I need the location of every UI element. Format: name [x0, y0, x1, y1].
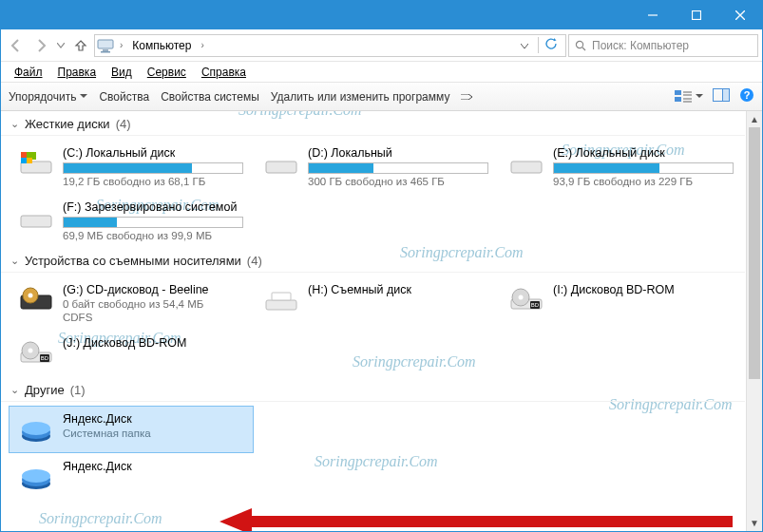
drive-title: (F:) Зарезервировано системой — [63, 200, 243, 214]
chevron-down-icon: ⌄ — [10, 255, 19, 267]
close-button[interactable] — [718, 1, 762, 29]
item-title: Яндекс.Диск — [63, 412, 243, 426]
help-button[interactable]: ? — [739, 87, 754, 105]
search-icon — [575, 40, 586, 51]
drive-subtitle: 0 байт свободно из 54,4 МБ — [63, 298, 243, 310]
svg-point-50 — [22, 469, 50, 483]
svg-rect-34 — [272, 293, 291, 300]
breadcrumb-root[interactable]: Компьютер — [128, 39, 195, 52]
group-title: Жесткие диски — [25, 117, 110, 131]
drive-i[interactable]: BD (I:) Дисковод BD-ROM — [499, 276, 744, 330]
address-bar[interactable]: › Компьютер › — [94, 34, 566, 57]
svg-rect-16 — [723, 89, 730, 102]
svg-rect-5 — [103, 49, 108, 51]
vertical-scrollbar[interactable]: ▲ ▼ — [746, 111, 762, 531]
drive-d[interactable]: (D:) Локальный 300 ГБ свободно из 465 ГБ — [254, 140, 499, 194]
drive-c[interactable]: (C:) Локальный диск 19,2 ГБ свободно из … — [9, 140, 254, 194]
toolbar-overflow[interactable] — [461, 94, 472, 100]
breadcrumb-sep: › — [120, 40, 123, 50]
menu-file[interactable]: Файл — [7, 66, 50, 79]
svg-text:?: ? — [744, 89, 751, 101]
chevron-down-icon: ⌄ — [10, 118, 19, 130]
svg-point-42 — [29, 349, 33, 353]
drive-title: (C:) Локальный диск — [63, 146, 243, 160]
address-dropdown[interactable] — [517, 39, 532, 52]
svg-rect-33 — [266, 300, 296, 310]
yandex-disk-item-2[interactable]: Яндекс.Диск — [9, 453, 254, 501]
menu-bar: Файл Правка Вид Сервис Справка — [1, 62, 762, 83]
group-header-other[interactable]: ⌄ Другие (1) — [1, 377, 745, 402]
command-bar: Упорядочить Свойства Свойства системы Уд… — [1, 83, 762, 111]
scroll-up-icon[interactable]: ▲ — [747, 111, 762, 127]
drive-title: (E:) Локальный диск — [553, 146, 734, 160]
svg-rect-9 — [675, 90, 681, 95]
search-input[interactable]: Поиск: Компьютер — [568, 34, 758, 57]
drive-fs: CDFS — [63, 312, 243, 323]
drive-f[interactable]: (F:) Зарезервировано системой 69,9 МБ св… — [9, 194, 254, 248]
uninstall-button[interactable]: Удалить или изменить программу — [271, 90, 450, 104]
drive-h[interactable]: (H:) Съемный диск — [254, 276, 499, 330]
organize-dropdown[interactable]: Упорядочить — [9, 90, 87, 104]
titlebar — [1, 1, 762, 29]
system-properties-button[interactable]: Свойства системы — [161, 90, 259, 104]
yandex-disk-icon — [19, 460, 53, 494]
svg-text:BD: BD — [531, 302, 540, 308]
content-pane: Soringpcrepair.Com Soringpcrepair.Com So… — [1, 111, 762, 531]
drive-subtitle: 69,9 МБ свободно из 99,9 МБ — [63, 230, 243, 241]
nav-up-button[interactable] — [69, 34, 92, 57]
drive-title: (G:) CD-дисковод - Beeline — [63, 283, 243, 296]
svg-rect-27 — [266, 162, 296, 173]
nav-history-dropdown[interactable] — [54, 34, 67, 57]
drive-title: (H:) Съемный диск — [308, 283, 488, 296]
nav-back-button[interactable] — [5, 34, 28, 57]
yandex-disk-item[interactable]: Яндекс.Диск Системная папка — [9, 406, 254, 453]
properties-button[interactable]: Свойства — [99, 90, 149, 104]
svg-rect-28 — [511, 162, 542, 173]
drive-subtitle: 300 ГБ свободно из 465 ГБ — [308, 176, 488, 187]
drive-e[interactable]: (E:) Локальный диск 93,9 ГБ свободно из … — [499, 140, 744, 194]
svg-line-8 — [582, 48, 585, 50]
group-count: (4) — [247, 254, 262, 268]
drive-icon — [19, 146, 53, 180]
svg-rect-29 — [21, 216, 51, 227]
svg-text:BD: BD — [41, 355, 49, 361]
group-count: (4) — [116, 117, 131, 131]
bd-drive-icon: BD — [509, 283, 544, 317]
svg-rect-25 — [21, 158, 27, 163]
view-options-dropdown[interactable] — [675, 90, 703, 104]
svg-point-47 — [22, 422, 50, 435]
group-header-removable[interactable]: ⌄ Устройства со съемными носителями (4) — [1, 248, 745, 273]
svg-rect-4 — [98, 40, 113, 48]
menu-edit[interactable]: Правка — [50, 66, 105, 79]
svg-rect-6 — [101, 51, 110, 53]
drive-title: (D:) Локальный — [308, 146, 488, 160]
preview-pane-button[interactable] — [713, 88, 730, 104]
search-placeholder: Поиск: Компьютер — [592, 39, 689, 52]
removable-drive-icon — [264, 283, 298, 317]
drive-icon — [509, 146, 544, 180]
capacity-bar — [63, 217, 243, 228]
svg-rect-23 — [21, 152, 27, 158]
refresh-button[interactable] — [538, 37, 563, 53]
svg-point-32 — [29, 294, 33, 298]
menu-service[interactable]: Сервис — [140, 66, 194, 79]
menu-view[interactable]: Вид — [104, 66, 140, 79]
capacity-bar — [553, 162, 734, 174]
explorer-window: › Компьютер › Поиск: Компьютер Файл Прав… — [0, 0, 763, 532]
nav-forward-button[interactable] — [29, 34, 52, 57]
maximize-button[interactable] — [675, 1, 718, 29]
drive-g[interactable]: (G:) CD-дисковод - Beeline 0 байт свобод… — [9, 276, 254, 330]
group-header-hdd[interactable]: ⌄ Жесткие диски (4) — [1, 111, 745, 136]
drive-subtitle: 93,9 ГБ свободно из 229 ГБ — [553, 176, 734, 187]
drive-subtitle: 19,2 ГБ свободно из 68,1 ГБ — [63, 176, 243, 187]
menu-help[interactable]: Справка — [194, 66, 254, 79]
drive-j[interactable]: BD (J:) Дисковод BD-ROM — [9, 330, 254, 377]
drive-icon — [264, 146, 298, 180]
yandex-disk-icon — [19, 412, 53, 446]
minimize-button[interactable] — [631, 1, 675, 29]
scroll-thumb[interactable] — [749, 127, 760, 379]
bd-drive-icon: BD — [19, 336, 53, 370]
scroll-down-icon[interactable]: ▼ — [747, 515, 762, 531]
group-title: Устройства со съемными носителями — [25, 254, 241, 268]
drive-title: (I:) Дисковод BD-ROM — [553, 283, 734, 296]
